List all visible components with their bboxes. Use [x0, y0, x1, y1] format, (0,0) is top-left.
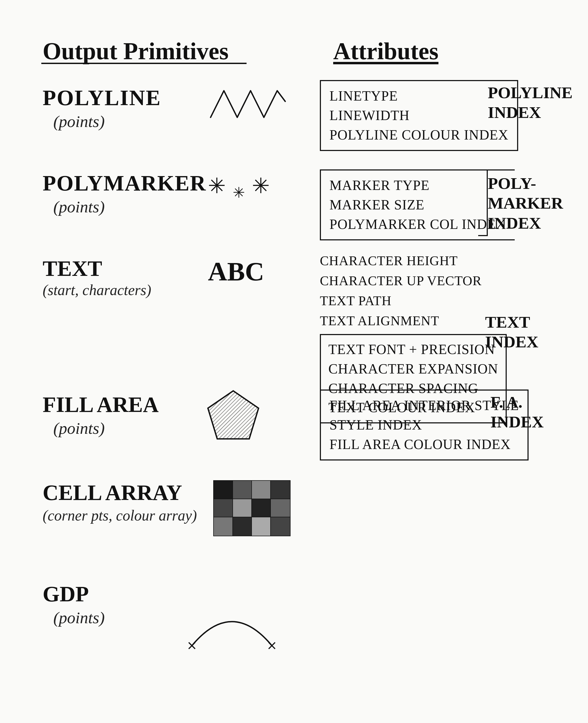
svg-rect-14	[271, 517, 290, 536]
fill-area-index-label: F. A.INDEX	[490, 392, 544, 432]
polyline-index-label: POLYLINEINDEX	[488, 83, 572, 122]
svg-rect-6	[271, 481, 290, 499]
svg-rect-8	[233, 499, 252, 517]
cell-array-name: CELL ARRAY	[43, 480, 182, 505]
polymarker-name: POLYMARKER	[43, 171, 206, 196]
gdp-icon	[181, 595, 282, 655]
text-attr-text-path: TEXT PATH	[320, 293, 392, 308]
cell-array-params: (corner pts, colour array)	[43, 507, 197, 524]
output-primitives-title: Output Primitives	[43, 37, 228, 65]
attributes-title: Attributes	[333, 37, 439, 65]
text-params: (start, characters)	[43, 281, 151, 299]
svg-rect-12	[233, 517, 252, 536]
polymarker-index-label: POLY-MARKERINDEX	[488, 174, 563, 233]
polyline-params: (points)	[53, 112, 105, 131]
gdp-params: (points)	[53, 608, 105, 627]
svg-rect-9	[252, 499, 271, 517]
polyline-attr-linetype: LINETYPE	[330, 86, 508, 106]
svg-rect-4	[233, 481, 252, 499]
polymarker-params: (points)	[53, 197, 105, 216]
polyline-icon	[208, 83, 288, 127]
fill-area-icon	[203, 387, 264, 452]
svg-marker-1	[208, 391, 258, 439]
text-icon: ABC	[208, 256, 264, 287]
text-index-label: TEXTINDEX	[485, 312, 539, 352]
svg-rect-7	[214, 499, 233, 517]
svg-rect-10	[271, 499, 290, 517]
fillarea-attr-colour: FILL AREA COLOUR INDEX	[330, 435, 519, 454]
text-attr-text-align: TEXT ALIGNMENT	[320, 313, 439, 328]
text-attr-char-upvec: CHARACTER UP VECTOR	[320, 273, 482, 288]
text-attr-font: TEXT FONT + PRECISION	[329, 340, 498, 359]
text-name: TEXT	[43, 256, 102, 281]
gdp-name: GDP	[43, 582, 89, 607]
text-attr-char-height: CHARACTER HEIGHT	[320, 253, 458, 268]
svg-rect-3	[214, 481, 233, 499]
polymarker-bracket	[478, 169, 488, 236]
fill-area-name: FILL AREA	[43, 392, 159, 417]
polyline-name: POLYLINE	[43, 85, 161, 111]
polyline-attr-colour: POLYLINE COLOUR INDEX	[330, 125, 508, 145]
polyline-attr-linewidth: LINEWIDTH	[330, 106, 508, 125]
svg-rect-11	[214, 517, 233, 536]
text-attr-expansion: CHARACTER EXPANSION	[329, 359, 498, 379]
cell-array-icon	[213, 480, 291, 538]
svg-rect-13	[252, 517, 271, 536]
fill-area-params: (points)	[53, 419, 105, 438]
svg-rect-5	[252, 481, 271, 499]
polymarker-icon: ✳ ✳ ✳	[208, 174, 271, 201]
output-primitives-underline	[41, 63, 247, 64]
